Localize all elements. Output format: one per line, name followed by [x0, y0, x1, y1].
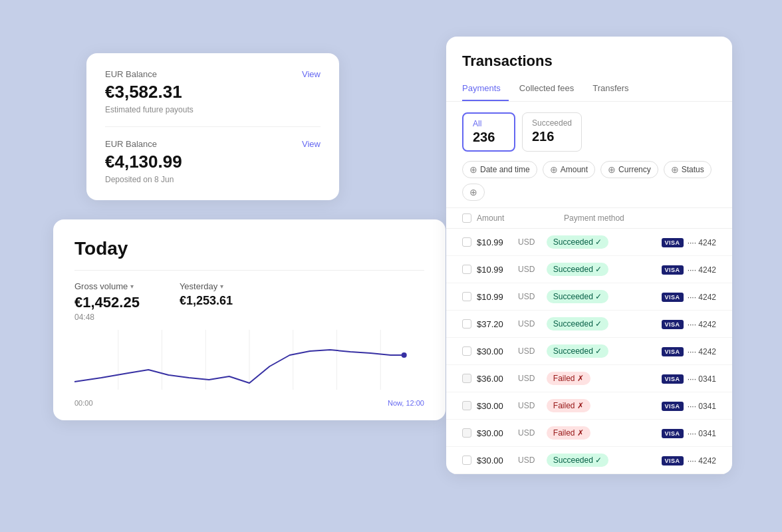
pm-badge-5: VISA ···· 0341	[662, 374, 716, 384]
row-checkbox-2[interactable]	[462, 292, 471, 301]
row-currency-1: USD	[514, 256, 541, 283]
row-amount-2: $10.99	[471, 283, 514, 311]
today-card: Today Gross volume ▾ €1,452.25 04:48 Yes…	[53, 219, 446, 420]
row-currency-5: USD	[514, 365, 541, 392]
plus-icon: ⊕	[469, 164, 477, 175]
row-currency-6: USD	[514, 392, 541, 420]
view-link-2[interactable]: View	[302, 139, 321, 149]
visa-logo-6: VISA	[662, 402, 684, 411]
view-link-1[interactable]: View	[302, 69, 321, 79]
table-row: $30.00 USD Failed ✗ VISA ···· 0341	[446, 392, 732, 420]
transactions-card: Transactions Payments Collected fees Tra…	[446, 37, 732, 474]
gross-volume-value: €1,452.25	[74, 294, 140, 311]
yesterday-label: Yesterday	[180, 281, 217, 291]
row-currency-3: USD	[514, 311, 541, 338]
filter-succeeded-value: 216	[532, 129, 572, 144]
svg-point-7	[402, 352, 407, 358]
status-badge-1: Succeeded ✓	[547, 263, 608, 276]
visa-logo-2: VISA	[662, 293, 684, 302]
yesterday-value: €1,253.61	[180, 294, 233, 308]
pm-badge-7: VISA ···· 0341	[662, 429, 716, 438]
row-status-0: Succeeded ✓	[541, 229, 640, 256]
filter-currency[interactable]: ⊕ Currency	[600, 161, 658, 178]
row-checkbox-5[interactable]	[462, 374, 471, 383]
row-currency-8: USD	[514, 447, 541, 474]
table-row: $30.00 USD Succeeded ✓ VISA ···· 4242	[446, 338, 732, 365]
gross-volume-metric: Gross volume ▾ €1,452.25 04:48	[74, 281, 140, 322]
plus-icon-5: ⊕	[469, 187, 477, 198]
filter-amount-label: Amount	[561, 165, 588, 174]
tab-payments[interactable]: Payments	[462, 79, 509, 101]
visa-logo-0: VISA	[662, 238, 684, 247]
status-header	[514, 208, 541, 229]
filter-all-value: 236	[473, 130, 505, 145]
table-row: $30.00 USD Failed ✗ VISA ···· 0341	[446, 420, 732, 447]
row-status-3: Succeeded ✓	[541, 311, 640, 338]
visa-logo-7: VISA	[662, 429, 684, 438]
table-row: $37.20 USD Succeeded ✓ VISA ···· 4242	[446, 311, 732, 338]
row-checkbox-6[interactable]	[462, 401, 471, 410]
row-status-6: Failed ✗	[541, 392, 640, 420]
row-checkbox-8[interactable]	[462, 456, 471, 465]
filter-date-time-label: Date and time	[480, 165, 530, 174]
filter-all-label: All	[473, 119, 505, 128]
transactions-table: Amount Payment method $10.99 USD Succeed…	[446, 207, 732, 474]
chevron-down-icon: ▾	[130, 283, 134, 290]
eur-balance-label-2: EUR Balance	[105, 139, 157, 149]
filter-date-time[interactable]: ⊕ Date and time	[462, 161, 537, 178]
plus-icon-3: ⊕	[608, 164, 616, 175]
table-row: $36.00 USD Failed ✗ VISA ···· 0341	[446, 365, 732, 392]
status-filters: All 236 Succeeded 216	[446, 112, 732, 152]
chart-end-label: Now, 12:00	[388, 399, 424, 407]
row-pm-2: VISA ···· 4242	[640, 283, 732, 311]
status-badge-8: Succeeded ✓	[547, 454, 608, 467]
eur-balance-label-1: EUR Balance	[105, 69, 157, 79]
balance-card: EUR Balance View €3,582.31 Estimated fut…	[86, 53, 339, 200]
row-amount-8: $30.00	[471, 447, 514, 474]
row-status-2: Succeeded ✓	[541, 283, 640, 311]
transactions-title: Transactions	[446, 53, 732, 70]
tab-collected-fees[interactable]: Collected fees	[519, 79, 582, 101]
row-checkbox-0[interactable]	[462, 237, 471, 247]
transactions-tabs: Payments Collected fees Transfers	[446, 79, 732, 102]
table-row: $10.99 USD Succeeded ✓ VISA ···· 4242	[446, 256, 732, 283]
gross-volume-label: Gross volume	[74, 281, 128, 291]
eur-balance-amount-2: €4,130.99	[105, 152, 321, 172]
visa-logo-4: VISA	[662, 347, 684, 356]
row-status-5: Failed ✗	[541, 365, 640, 392]
select-all-checkbox[interactable]	[462, 213, 471, 223]
row-pm-8: VISA ···· 4242	[640, 447, 732, 474]
row-pm-6: VISA ···· 0341	[640, 392, 732, 420]
row-checkbox-4[interactable]	[462, 346, 471, 356]
column-filters: ⊕ Date and time ⊕ Amount ⊕ Currency ⊕ St…	[446, 161, 732, 201]
filter-more[interactable]: ⊕	[462, 184, 485, 201]
filter-all[interactable]: All 236	[462, 112, 515, 152]
filter-status[interactable]: ⊕ Status	[664, 161, 712, 178]
row-checkbox-7[interactable]	[462, 428, 471, 438]
filter-succeeded-label: Succeeded	[532, 118, 572, 128]
plus-icon-4: ⊕	[671, 164, 679, 175]
eur-balance-amount-1: €3,582.31	[105, 82, 321, 102]
visa-logo-1: VISA	[662, 265, 684, 275]
row-checkbox-1[interactable]	[462, 265, 471, 274]
filter-amount[interactable]: ⊕ Amount	[543, 161, 595, 178]
visa-logo-3: VISA	[662, 320, 684, 329]
eur-balance-sub-1: Estimated future payouts	[105, 105, 321, 114]
row-pm-3: VISA ···· 4242	[640, 311, 732, 338]
row-amount-6: $30.00	[471, 392, 514, 420]
tab-transfers[interactable]: Transfers	[592, 79, 636, 101]
table-row: $10.99 USD Succeeded ✓ VISA ···· 4242	[446, 283, 732, 311]
row-pm-0: VISA ···· 4242	[640, 229, 732, 256]
pm-header: Payment method	[541, 208, 640, 229]
row-pm-5: VISA ···· 0341	[640, 365, 732, 392]
status-badge-0: Succeeded ✓	[547, 235, 608, 249]
row-checkbox-3[interactable]	[462, 319, 471, 329]
row-status-7: Failed ✗	[541, 420, 640, 447]
filter-succeeded[interactable]: Succeeded 216	[522, 112, 582, 152]
pm-badge-3: VISA ···· 4242	[662, 320, 716, 329]
gross-volume-time: 04:48	[74, 313, 140, 322]
row-amount-3: $37.20	[471, 311, 514, 338]
row-pm-4: VISA ···· 4242	[640, 338, 732, 365]
pm-badge-8: VISA ···· 4242	[662, 456, 716, 466]
pm-badge-4: VISA ···· 4242	[662, 347, 716, 356]
